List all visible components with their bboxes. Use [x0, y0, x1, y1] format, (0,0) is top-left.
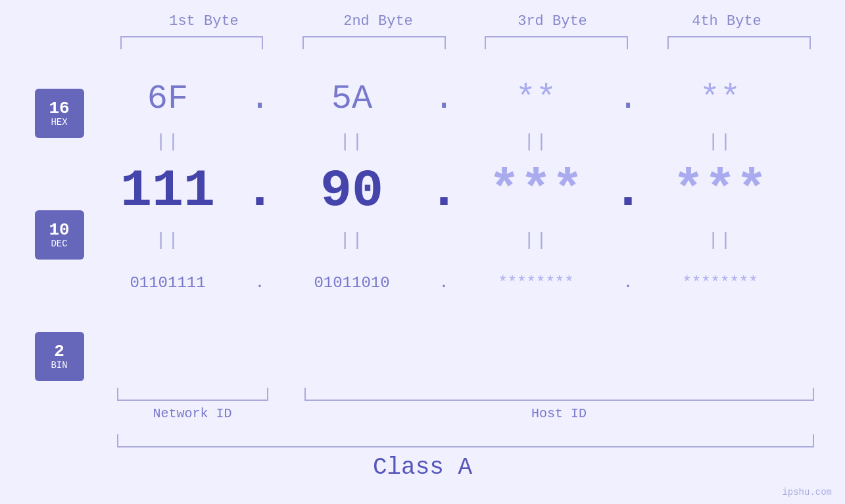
- dec-badge-label: DEC: [51, 239, 67, 249]
- bottom-section: Network ID Host ID: [117, 388, 814, 421]
- host-id-label: Host ID: [304, 406, 814, 421]
- dec-dot3: .: [612, 161, 644, 221]
- values-area: 6F . 5A . ** . **: [92, 69, 845, 312]
- byte1-header: 1st Byte: [132, 13, 276, 30]
- eq4: ||: [644, 131, 796, 152]
- hex-byte4: **: [644, 80, 796, 118]
- bin-dot1: .: [243, 274, 276, 292]
- bin-badge-label: BIN: [51, 360, 67, 371]
- bin-dot2: .: [427, 274, 460, 292]
- hex-badge-label: HEX: [51, 117, 67, 127]
- hex-badge: 16 HEX: [35, 89, 84, 138]
- bin-badge: 2 BIN: [35, 332, 84, 381]
- dec-byte2: 90: [276, 161, 427, 221]
- bin-badge-number: 2: [54, 343, 64, 360]
- bin-byte3: ********: [460, 274, 612, 292]
- hex-dot2: .: [427, 80, 460, 118]
- dec-badge: 10 DEC: [35, 210, 84, 260]
- dec-byte1: 111: [92, 161, 243, 221]
- eq2: ||: [276, 131, 427, 152]
- bin-byte2: 01011010: [276, 274, 427, 292]
- watermark: ipshu.com: [782, 487, 832, 497]
- network-id-label: Network ID: [117, 406, 268, 421]
- dec-row: 111 . 90 . *** . ***: [92, 154, 845, 227]
- dec-badge-number: 10: [49, 221, 69, 239]
- eq3: ||: [460, 131, 612, 152]
- eq21: ||: [92, 230, 243, 250]
- badge-column: 16 HEX 10 DEC 2 BIN: [0, 69, 92, 381]
- hex-byte1: 6F: [92, 80, 243, 118]
- byte4-header: 4th Byte: [654, 13, 799, 30]
- eq1: ||: [92, 131, 243, 152]
- dec-dot2: .: [427, 161, 460, 221]
- bin-byte4: ********: [644, 274, 796, 292]
- hex-byte3: **: [460, 80, 612, 118]
- class-label: Class A: [0, 454, 845, 481]
- bracket-top-3: [485, 36, 628, 49]
- bin-dot3: .: [612, 274, 644, 292]
- eq23: ||: [460, 230, 612, 250]
- bracket-host: [304, 388, 814, 401]
- byte3-header: 3rd Byte: [480, 13, 625, 30]
- equals-row2: || || || ||: [92, 227, 845, 253]
- bin-byte1: 01101111: [92, 274, 243, 292]
- dec-byte4: ***: [644, 161, 796, 221]
- bottom-brackets: [117, 388, 814, 401]
- hex-dot1: .: [243, 80, 276, 118]
- top-brackets: [117, 36, 814, 49]
- hex-byte2: 5A: [276, 80, 427, 118]
- bracket-network: [117, 388, 268, 401]
- equals-row: || || || ||: [92, 128, 845, 154]
- labels-row: Network ID Host ID: [117, 406, 814, 421]
- byte-headers-row: 1st Byte 2nd Byte 3rd Byte 4th Byte: [117, 13, 814, 30]
- eq22: ||: [276, 230, 427, 250]
- dec-dot1: .: [243, 161, 276, 221]
- bracket-top-4: [667, 36, 811, 49]
- bracket-top-1: [120, 36, 264, 49]
- hex-row: 6F . 5A . ** . **: [92, 69, 845, 128]
- eq24: ||: [644, 230, 796, 250]
- hex-dot3: .: [612, 80, 644, 118]
- main-container: 1st Byte 2nd Byte 3rd Byte 4th Byte 16 H…: [0, 0, 845, 504]
- bracket-top-2: [302, 36, 446, 49]
- hex-badge-number: 16: [49, 100, 69, 117]
- footer-bracket: [117, 434, 814, 447]
- dec-byte3: ***: [460, 161, 612, 221]
- main-values-area: 16 HEX 10 DEC 2 BIN 6F .: [0, 69, 845, 381]
- bin-row: 01101111 . 01011010 . ******** .: [92, 253, 845, 312]
- byte2-header: 2nd Byte: [306, 13, 450, 30]
